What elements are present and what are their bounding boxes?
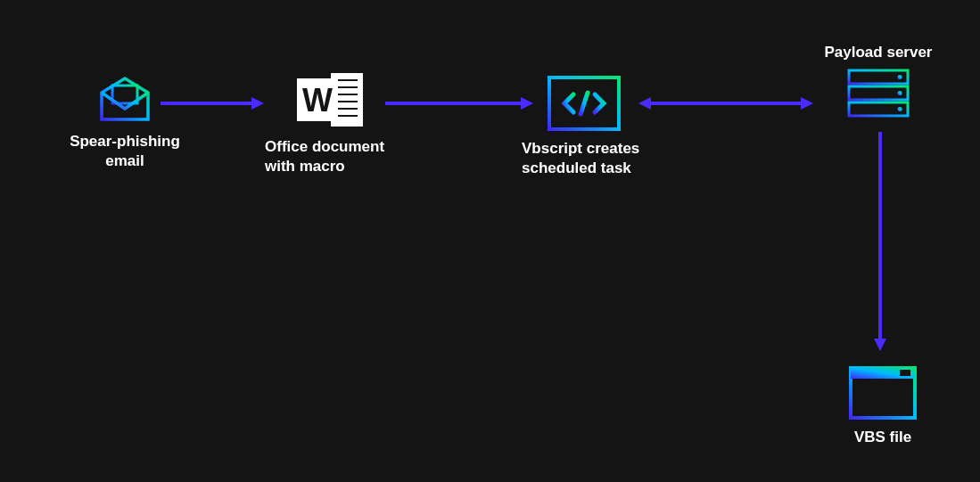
node-vbs-file: VBS file [843, 365, 923, 447]
svg-line-13 [581, 93, 588, 114]
office-label: Office document with macro [265, 137, 384, 176]
svg-marker-24 [251, 97, 264, 110]
arrow-email-to-office [159, 94, 266, 112]
arrow-office-to-vbscript [383, 94, 535, 112]
svg-rect-22 [900, 370, 910, 376]
node-office-doc: W Office document with macro [265, 69, 416, 176]
vbsfile-label: VBS file [854, 428, 911, 447]
svg-marker-26 [521, 97, 533, 110]
svg-marker-27 [638, 97, 651, 110]
svg-point-19 [898, 107, 902, 111]
node-email: Spear-phishing email [49, 73, 201, 171]
node-vbscript: Vbscript creates scheduled task [522, 75, 682, 178]
node-payload-server: Payload server [820, 43, 936, 119]
email-label: Spear-phishing email [49, 132, 201, 171]
code-icon [547, 75, 622, 132]
arrow-server-to-vbsfile [871, 130, 889, 353]
svg-rect-0 [112, 86, 137, 103]
word-icon: W [293, 69, 366, 130]
window-icon [848, 365, 918, 421]
svg-marker-31 [874, 339, 886, 351]
server-icon [846, 68, 910, 119]
vbscript-label: Vbscript creates scheduled task [522, 139, 639, 178]
svg-point-17 [898, 91, 902, 95]
email-icon [96, 73, 153, 125]
server-label: Payload server [825, 43, 933, 62]
svg-point-15 [898, 75, 902, 79]
svg-text:W: W [302, 82, 333, 118]
arrow-vbscript-server-bidir [637, 94, 815, 112]
svg-marker-29 [801, 97, 813, 110]
